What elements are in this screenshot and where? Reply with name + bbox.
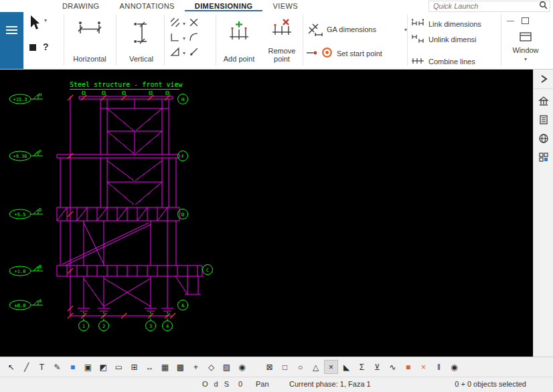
add-point-button[interactable]: Add point xyxy=(220,15,258,66)
line-tool-icon[interactable]: ╱ xyxy=(19,360,33,374)
snap-grid-icon[interactable]: ▩ xyxy=(173,360,187,374)
svg-text:±0.0: ±0.0 xyxy=(15,303,26,308)
tab-views[interactable]: VIEWS xyxy=(262,1,307,11)
app-menu-strip[interactable] xyxy=(0,12,23,69)
components-button[interactable] xyxy=(534,148,553,167)
swatch-tool-icon[interactable] xyxy=(29,44,36,51)
curved-dimension-icon[interactable] xyxy=(189,32,199,45)
vertical-dimension-button[interactable]: Vertical xyxy=(121,15,162,66)
filter-angle-icon[interactable]: ◣ xyxy=(339,360,353,374)
status-bar: O d S 0 Pan Current phase: 1, Faza 1 0 +… xyxy=(0,377,553,392)
svg-text:A: A xyxy=(181,303,185,308)
remove-point-button[interactable]: Remove point xyxy=(262,15,301,66)
weld-toggle-icon[interactable]: ■ xyxy=(401,360,415,374)
drawing-canvas[interactable]: Steel structure - front view xyxy=(0,70,533,357)
ribbon-separator xyxy=(407,15,408,66)
restore-button[interactable] xyxy=(522,17,529,25)
svg-text:3: 3 xyxy=(149,324,152,329)
free-dimension-caret[interactable]: ▾ xyxy=(183,21,185,27)
collapse-panel-button[interactable] xyxy=(534,70,553,89)
visibility-toggle-2-icon[interactable]: ◉ xyxy=(447,360,461,374)
grid-toggle-icon[interactable]: ▦ xyxy=(158,360,172,374)
svg-text:D: D xyxy=(181,212,184,217)
selection-summary: 0 + 0 objects selected xyxy=(455,380,526,388)
quick-launch-input[interactable] xyxy=(429,2,539,10)
select-tool-area: ▾ ? xyxy=(25,12,60,69)
link-dimensions-button[interactable]: Link dimensions xyxy=(411,19,499,29)
unlink-dimensions-button[interactable]: Unlink dimensi xyxy=(411,33,499,45)
ribbon-separator xyxy=(216,15,216,66)
svg-text:B: B xyxy=(39,264,42,270)
halftone-toggle-icon[interactable]: ▨ xyxy=(220,360,234,374)
perpendicular-dimension-caret[interactable]: ▾ xyxy=(183,35,185,41)
set-start-point-button[interactable]: Set start point xyxy=(307,47,407,60)
hamburger-menu-icon xyxy=(6,26,17,35)
select-cursor-button[interactable] xyxy=(28,15,42,33)
filter-frame-icon[interactable]: ⊠ xyxy=(262,360,276,374)
combine-lines-icon xyxy=(411,56,424,67)
filter-section-icon[interactable]: Σ xyxy=(355,360,369,374)
status-mode: Pan xyxy=(256,380,269,388)
start-point-target-icon xyxy=(321,47,333,60)
area-select-icon[interactable]: ■ xyxy=(66,360,80,374)
freehand-tool-icon[interactable]: ✎ xyxy=(50,360,64,374)
vertical-dimension-icon xyxy=(133,21,150,47)
pan-tool-icon[interactable]: ◇ xyxy=(204,360,218,374)
angle-dimension-caret[interactable]: ▾ xyxy=(183,50,185,56)
svg-text:F: F xyxy=(181,154,184,159)
svg-text:1: 1 xyxy=(82,324,85,329)
svg-text:+1.0: +1.0 xyxy=(15,269,26,274)
steel-structure-lines xyxy=(57,96,202,316)
ribbon-tabbar: DRAWING ANNOTATIONS DIMENSIONING VIEWS xyxy=(0,0,553,12)
stretch-tool-icon[interactable]: ↔ xyxy=(143,360,157,374)
bolt-toggle-icon[interactable]: × xyxy=(416,360,430,374)
window-select-icon[interactable]: ▭ xyxy=(112,360,126,374)
filter-cross-icon[interactable]: × xyxy=(324,360,338,374)
perpendicular-dimension-icon[interactable] xyxy=(170,32,180,45)
document-panel-icon xyxy=(538,114,550,126)
svg-text:4: 4 xyxy=(166,324,169,329)
set-start-point-label: Set start point xyxy=(337,50,382,58)
document-manager-button[interactable] xyxy=(534,110,553,129)
text-tool-icon[interactable]: T xyxy=(35,360,49,374)
angle-dimension-icon[interactable] xyxy=(170,47,180,60)
hatch-tool-icon[interactable]: ◩ xyxy=(96,360,110,374)
reference-models-button[interactable] xyxy=(534,92,553,110)
tab-annotations[interactable]: ANNOTATIONS xyxy=(110,1,185,11)
tab-dimensioning[interactable]: DIMENSIONING xyxy=(185,1,263,11)
dim-pair-icon[interactable]: ‖ xyxy=(432,360,446,374)
bottom-toolbar: ↖ ╱ T ✎ ■ ▣ ◩ ▭ ⊞ ↔ ▦ ▩ + ◇ ▨ ◉ ⊠ □ ○ △ … xyxy=(0,357,553,377)
select-dropdown-caret[interactable]: ▾ xyxy=(44,17,47,23)
snap-point-icon[interactable]: + xyxy=(189,360,203,374)
add-point-icon xyxy=(228,21,250,44)
select-cursor-icon[interactable]: ↖ xyxy=(4,360,18,374)
viewport-tool-icon[interactable]: ⊞ xyxy=(127,360,141,374)
combine-lines-button[interactable]: Combine lines xyxy=(411,56,499,67)
search-icon[interactable] xyxy=(539,0,548,12)
web-browser-button[interactable] xyxy=(534,129,553,148)
minimize-button[interactable]: — xyxy=(507,16,514,24)
visibility-toggle-icon[interactable]: ◉ xyxy=(235,360,249,374)
filter-logic-icon[interactable]: ⊻ xyxy=(370,360,384,374)
help-button[interactable]: ? xyxy=(43,41,49,52)
svg-text:D: D xyxy=(39,207,42,213)
free-dimension-icon[interactable] xyxy=(170,17,180,30)
snap-indicators: O d S xyxy=(202,380,231,388)
radial-dimension-icon[interactable] xyxy=(189,47,199,60)
ga-dimensions-button[interactable]: GA dimensions ▾ xyxy=(307,21,407,37)
ribbon-separator xyxy=(303,15,303,66)
tab-drawing[interactable]: DRAWING xyxy=(52,1,110,11)
view-title: Steel structure - front view xyxy=(70,81,183,88)
smart-select-icon[interactable]: ▣ xyxy=(81,360,95,374)
svg-text:H: H xyxy=(181,97,184,102)
window-button[interactable]: Window▾ xyxy=(503,31,548,66)
filter-rectangle-icon[interactable]: □ xyxy=(278,360,292,374)
filter-triangle-icon[interactable]: △ xyxy=(309,360,323,374)
filter-curve-icon[interactable]: ∿ xyxy=(386,360,400,374)
crossing-dimension-icon[interactable] xyxy=(189,17,199,30)
application-window: DRAWING ANNOTATIONS DIMENSIONING VIEWS xyxy=(0,0,553,392)
horizontal-dimension-button[interactable]: Horizontal xyxy=(67,15,112,66)
horizontal-dimension-icon xyxy=(77,21,102,41)
filter-circle-icon[interactable]: ○ xyxy=(293,360,307,374)
add-point-label: Add point xyxy=(224,55,254,66)
